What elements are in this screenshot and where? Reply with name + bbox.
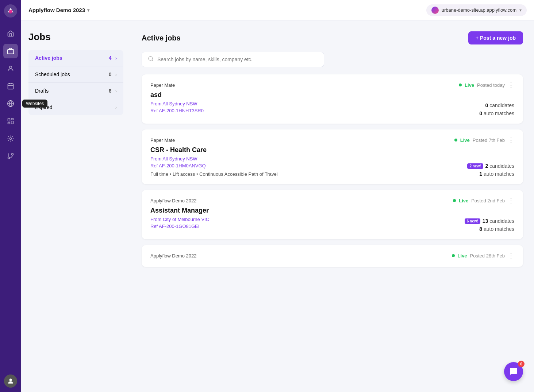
expired-label: Expired xyxy=(35,104,112,110)
search-bar xyxy=(142,52,324,67)
scheduled-jobs-count: 0 xyxy=(109,71,112,77)
nav-title-chevron: ▾ xyxy=(87,8,89,13)
left-panel: Jobs Active jobs 4 › Scheduled jobs 0 › … xyxy=(21,20,131,392)
live-label-2: Live xyxy=(460,137,470,143)
job-tags-2: Full time • Lift access • Continuous Acc… xyxy=(150,171,467,177)
site-label: urbane-demo-site.ap.applyflow.com xyxy=(442,7,516,13)
right-header: Active jobs + Post a new job xyxy=(142,31,523,44)
candidates-count-1: 0 candidates xyxy=(485,102,514,108)
svg-point-12 xyxy=(149,57,153,61)
new-badge-2: 2 new! xyxy=(467,163,483,169)
job-card-2: Paper Mate Live Posted 7th Feb ⋮ CSR - H… xyxy=(142,129,523,184)
sidebar-item-reports[interactable] xyxy=(3,114,18,128)
job-card-2-right: 2 new! 2 candidates 1 auto matches xyxy=(467,163,514,177)
live-label-1: Live xyxy=(465,82,474,88)
svg-point-3 xyxy=(9,66,12,69)
sidebar-item-candidates[interactable] xyxy=(3,61,18,76)
job-card-3-status-area: Live Posted 2nd Feb ⋮ xyxy=(453,197,514,204)
job-title-3[interactable]: Assistant Manager xyxy=(150,207,465,214)
svg-rect-9 xyxy=(8,122,10,124)
job-candidates-row-3: 6 new! 13 candidates xyxy=(465,218,514,224)
svg-rect-2 xyxy=(8,50,14,54)
sidebar-item-calendar[interactable] xyxy=(3,79,18,93)
job-ref-1: Ref AF-200-1HNHT3SR0 xyxy=(150,108,479,113)
main-container: Applyflow Demo 2023 ▾ urbane-demo-site.a… xyxy=(21,0,534,392)
live-dot-2 xyxy=(454,139,457,141)
more-options-4[interactable]: ⋮ xyxy=(508,252,514,259)
drafts-label: Drafts xyxy=(35,88,109,94)
right-panel: Active jobs + Post a new job Paper Mate … xyxy=(131,20,534,392)
content-area: Jobs Active jobs 4 › Scheduled jobs 0 › … xyxy=(21,20,534,392)
expired-chevron: › xyxy=(115,105,117,110)
sidebar-item-jobs[interactable] xyxy=(3,44,18,58)
posted-date-2: Posted 7th Feb xyxy=(473,137,505,143)
nav-title[interactable]: Applyflow Demo 2023 ▾ xyxy=(28,7,89,13)
job-location-1: From All Sydney NSW xyxy=(150,101,479,106)
job-card-2-status-area: Live Posted 7th Feb ⋮ xyxy=(454,137,514,143)
site-selector[interactable]: urbane-demo-site.ap.applyflow.com ▾ xyxy=(426,4,527,16)
more-options-2[interactable]: ⋮ xyxy=(508,137,514,143)
live-label-4: Live xyxy=(458,253,467,259)
active-jobs-heading: Active jobs xyxy=(142,34,181,42)
job-card-1-status-area: Live Posted today ⋮ xyxy=(459,82,514,88)
live-dot-3 xyxy=(453,199,456,202)
menu-item-drafts[interactable]: Drafts 6 › xyxy=(28,83,123,99)
sidebar-item-websites[interactable]: Websites xyxy=(3,96,18,111)
candidates-count-3: 13 candidates xyxy=(483,218,514,224)
user-avatar[interactable] xyxy=(4,374,17,388)
live-label-3: Live xyxy=(459,198,468,203)
auto-matches-count-3: 8 auto matches xyxy=(479,226,514,232)
job-card-2-left: CSR - Health Care From All Sydney NSW Re… xyxy=(150,146,467,177)
svg-rect-7 xyxy=(11,119,14,120)
new-badge-3: 6 new! xyxy=(465,218,480,224)
search-icon xyxy=(148,56,154,63)
candidates-count-2: 2 candidates xyxy=(485,163,514,169)
active-jobs-label: Active jobs xyxy=(35,55,109,61)
chat-bubble[interactable]: 6 xyxy=(504,362,523,381)
svg-point-10 xyxy=(10,138,12,140)
job-card-1-body: asd From All Sydney NSW Ref AF-200-1HNHT… xyxy=(150,91,514,116)
menu-item-scheduled-jobs[interactable]: Scheduled jobs 0 › xyxy=(28,66,123,83)
menu-item-expired[interactable]: Expired › xyxy=(28,99,123,115)
job-card-4: Applyflow Demo 2022 Live Posted 28th Feb… xyxy=(142,245,523,267)
more-options-3[interactable]: ⋮ xyxy=(508,197,514,204)
sidebar-item-home[interactable] xyxy=(3,26,18,41)
svg-rect-6 xyxy=(8,119,10,121)
nav-title-text: Applyflow Demo 2023 xyxy=(28,7,85,13)
sidebar: Websites xyxy=(0,0,21,392)
job-title-2[interactable]: CSR - Health Care xyxy=(150,146,467,154)
job-auto-matches-row-3: 8 auto matches xyxy=(479,226,514,232)
job-candidates-row-1: 0 candidates xyxy=(485,102,514,108)
job-card-3-body: Assistant Manager From City of Melbourne… xyxy=(150,207,514,232)
job-card-3-right: 6 new! 13 candidates 8 auto matches xyxy=(465,218,514,232)
live-dot-1 xyxy=(459,84,462,86)
active-jobs-count: 4 xyxy=(109,55,112,61)
chat-badge: 6 xyxy=(518,361,525,367)
posted-date-4: Posted 28th Feb xyxy=(470,253,505,259)
site-dot-icon xyxy=(431,7,439,14)
live-dot-4 xyxy=(452,254,455,257)
more-options-1[interactable]: ⋮ xyxy=(508,82,514,88)
sidebar-item-integrations[interactable] xyxy=(3,131,18,146)
job-candidates-row-2: 2 new! 2 candidates xyxy=(467,163,514,169)
app-logo[interactable] xyxy=(4,4,17,18)
menu-item-active-jobs[interactable]: Active jobs 4 › xyxy=(28,50,123,66)
job-card-4-header: Applyflow Demo 2022 Live Posted 28th Feb… xyxy=(150,252,514,259)
active-jobs-chevron: › xyxy=(115,55,117,61)
job-location-3: From City of Melbourne VIC xyxy=(150,217,465,222)
job-card-4-status-area: Live Posted 28th Feb ⋮ xyxy=(452,252,514,259)
sidebar-item-branches[interactable] xyxy=(3,149,18,163)
job-title-1[interactable]: asd xyxy=(150,91,479,99)
job-card-2-company: Paper Mate xyxy=(150,137,175,143)
svg-rect-4 xyxy=(8,84,14,89)
post-new-job-button[interactable]: + Post a new job xyxy=(468,31,523,44)
posted-date-1: Posted today xyxy=(477,82,505,88)
posted-date-3: Posted 2nd Feb xyxy=(471,198,505,203)
site-chevron: ▾ xyxy=(519,8,522,13)
topnav: Applyflow Demo 2023 ▾ urbane-demo-site.a… xyxy=(21,0,534,20)
svg-point-11 xyxy=(9,379,12,381)
job-card-1: Paper Mate Live Posted today ⋮ asd From … xyxy=(142,74,523,124)
job-location-2: From All Sydney NSW xyxy=(150,156,467,162)
drafts-chevron: › xyxy=(115,88,117,94)
search-input[interactable] xyxy=(157,57,318,62)
